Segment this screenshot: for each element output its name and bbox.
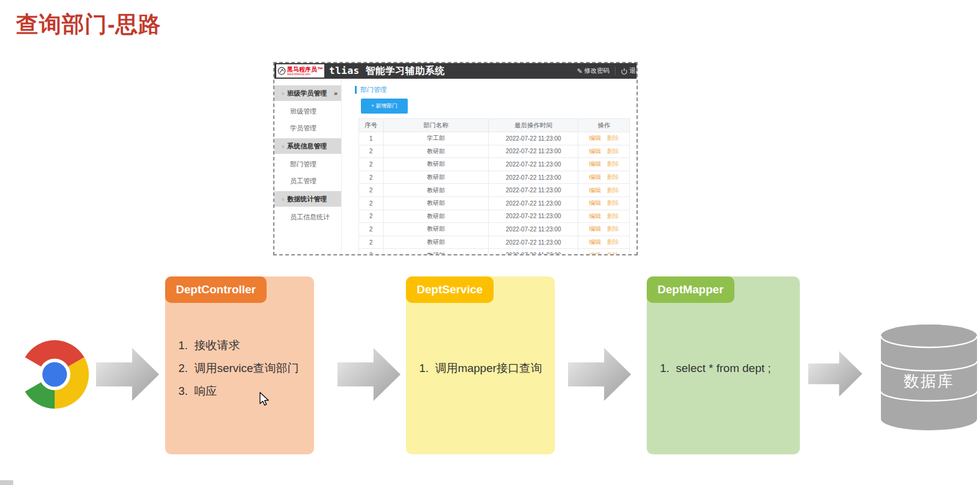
sidebar-item[interactable]: 部门管理 [274,156,341,172]
sidebar: ○ 班级学员管理 » 班级管理 学员管理 [274,79,342,254]
dept-service-tab: DeptService [406,276,494,303]
table-row: 2 教研部 2022-07-22 11:23:00 编辑删除 [359,236,630,249]
page-title: 查询部门-思路 [16,10,161,40]
logo: 黑马程序员™ www.itheima.com [276,64,324,78]
edit-link[interactable]: 编辑 [589,174,601,180]
dept-controller-tab: DeptController [165,276,267,303]
table-header-row: 序号 部门名称 最后操作时间 操作 [359,119,630,132]
cell-time: 2022-07-22 11:23:00 [489,249,578,255]
delete-link[interactable]: 删除 [607,213,619,219]
table-row: 2 教研部 2022-07-22 11:23:00 编辑删除 [359,210,630,223]
bullet-icon: ○ [282,144,284,148]
delete-link[interactable]: 删除 [607,239,619,245]
edit-link[interactable]: 编辑 [589,225,601,232]
edit-link[interactable]: 编辑 [589,252,601,255]
step-item: 2. 调用service查询部门 [178,357,314,380]
cell-time: 2022-07-22 11:23:00 [489,236,578,249]
power-icon [621,68,628,75]
table-row: 2 教研部 2022-07-22 11:23:00 编辑删除 [359,223,630,236]
delete-link[interactable]: 删除 [607,252,619,255]
logout-button[interactable]: 退出登录 [615,67,638,75]
department-table: 序号 部门名称 最后操作时间 操作 1 学工部 2022-07-22 1 [358,118,630,255]
breadcrumb-bar [355,86,357,94]
slide-canvas: 查询部门-思路 黑马程序员™ www.itheima.com tlias 智能学… [0,0,980,485]
delete-link[interactable]: 删除 [607,225,619,232]
cell-no: 2 [359,184,384,197]
cell-ops: 编辑删除 [578,145,630,158]
delete-link[interactable]: 删除 [607,148,619,154]
change-password-button[interactable]: ✎ 修改密码 [577,67,609,75]
flow-arrow [808,348,862,400]
sidebar-item[interactable]: 学员管理 [274,120,341,136]
flow-arrow [568,348,631,401]
cell-time: 2022-07-22 11:23:00 [489,145,578,158]
app-header: 黑马程序员™ www.itheima.com tlias 智能学习辅助系统 ✎ … [274,63,637,79]
sidebar-item[interactable]: 班级管理 [274,103,341,120]
cell-name: 教研部 [383,171,489,184]
cell-no: 1 [359,132,384,145]
cell-no: 2 [359,158,384,171]
edit-link[interactable]: 编辑 [589,135,601,141]
edit-link[interactable]: 编辑 [589,160,601,167]
edit-link[interactable]: 编辑 [589,200,601,206]
table-row: 1 学工部 2022-07-22 11:23:00 编辑删除 [359,132,630,145]
sidebar-item[interactable]: ○ 班级学员管理 » [274,85,341,101]
delete-link[interactable]: 删除 [607,174,619,180]
cell-time: 2022-07-22 11:23:00 [489,184,578,197]
edit-link[interactable]: 编辑 [589,213,601,219]
mouse-cursor-icon [257,392,271,407]
logo-name: 黑马程序员™ [287,67,323,73]
cell-no: 2 [359,171,384,184]
table-row: 2 教研部 2022-07-22 11:23:00 编辑删除 [359,197,630,210]
delete-link[interactable]: 删除 [607,135,619,141]
cell-no: 2 [359,197,384,210]
main-content: 部门管理 + 新增部门 序号 部门名称 最后操作时间 操作 [342,79,637,254]
cell-ops: 编辑删除 [578,236,630,249]
cell-time: 2022-07-22 11:23:00 [489,210,578,223]
sidebar-item[interactable]: 员工管理 [274,172,341,189]
cell-ops: 编辑删除 [578,197,630,210]
dept-controller-steps: 1. 接收请求2. 调用service查询部门3. 响应 [165,334,314,403]
cell-time: 2022-07-22 11:23:00 [489,158,578,171]
header-actions: ✎ 修改密码 退出登录 [577,63,638,79]
edit-link[interactable]: 编辑 [589,148,601,154]
delete-link[interactable]: 删除 [607,200,619,206]
cell-time: 2022-07-22 11:23:00 [489,171,578,184]
cell-no: 2 [359,223,384,236]
step-item: 1. 接收请求 [178,334,314,357]
sidebar-item[interactable]: ○ 数据统计管理 [274,191,341,207]
step-item: 1. 调用mapper接口查询 [419,357,555,380]
sidebar-item[interactable]: 员工信息统计 [274,209,341,225]
delete-link[interactable]: 删除 [607,187,619,194]
dept-controller-box: DeptController 1. 接收请求2. 调用service查询部门3.… [165,276,314,454]
cell-name: 教研部 [383,236,489,249]
table-row: 2 教研部 2022-07-22 11:23:00 编辑删除 [359,249,630,255]
cell-ops: 编辑删除 [578,184,630,197]
dept-mapper-tab: DeptMapper [647,276,734,303]
table-row: 2 教研部 2022-07-22 11:23:00 编辑删除 [359,145,630,158]
app-title: tlias 智能学习辅助系统 [329,65,445,78]
dept-mapper-box: DeptMapper 1. select * from dept ; [647,276,800,454]
table-row: 2 教研部 2022-07-22 11:23:00 编辑删除 [359,171,630,184]
cell-name: 教研部 [383,210,489,223]
cell-no: 2 [359,145,384,158]
add-department-button[interactable]: + 新增部门 [361,99,408,114]
flow-arrow [337,348,401,401]
edit-link[interactable]: 编辑 [589,239,601,245]
dept-service-box: DeptService 1. 调用mapper接口查询 [406,276,555,454]
delete-link[interactable]: 删除 [607,160,619,167]
cell-no: 2 [359,210,384,223]
table-row: 2 教研部 2022-07-22 11:23:00 编辑删除 [359,184,630,197]
bottom-left-sliver [0,480,13,485]
pencil-icon: ✎ [577,67,582,75]
cell-ops: 编辑删除 [578,171,630,184]
logo-url: www.itheima.com [287,73,323,76]
dept-mapper-steps: 1. select * from dept ; [647,357,800,380]
edit-link[interactable]: 编辑 [589,187,601,194]
flow-arrow [96,348,159,401]
chrome-browser-icon [20,340,89,409]
table-row: 2 教研部 2022-07-22 11:23:00 编辑删除 [359,158,630,171]
sidebar-item[interactable]: ○ 系统信息管理 [274,138,341,154]
dept-service-steps: 1. 调用mapper接口查询 [406,357,555,380]
cell-name: 教研部 [383,145,489,158]
